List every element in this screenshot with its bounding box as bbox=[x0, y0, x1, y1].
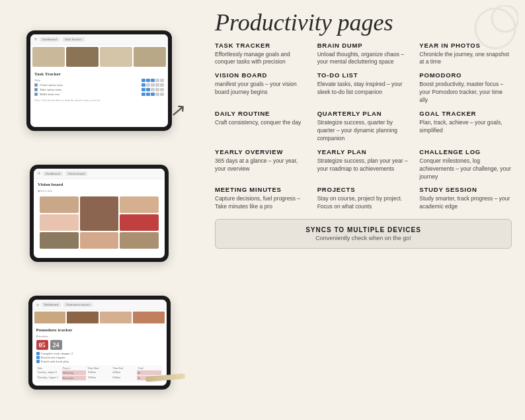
col-total: Total bbox=[138, 366, 161, 370]
task-check-2 bbox=[34, 88, 38, 91]
feature-title-0: TASK TRACKER bbox=[215, 42, 307, 49]
photo-cell-1 bbox=[32, 47, 65, 67]
feature-title-9: YEARLY OVERVIEW bbox=[215, 148, 307, 155]
pomo-check-1 bbox=[36, 352, 40, 355]
cell-start-2: 9:00am bbox=[88, 376, 110, 380]
pomo-table-header: Date Project Time Start Time End Total bbox=[38, 366, 161, 370]
cell-proj-1: Marketing bbox=[62, 370, 86, 375]
page-title: Productivity pages bbox=[215, 10, 512, 36]
feature-title-7: QUARTERLY PLAN bbox=[317, 110, 410, 117]
tab-dashboard-1: Dashboard bbox=[40, 37, 60, 42]
task-dots-2 bbox=[141, 83, 164, 87]
dot-k bbox=[141, 93, 145, 96]
feature-desc-3: manifest your goals – your vision board … bbox=[215, 81, 307, 97]
photo-grid bbox=[30, 45, 168, 69]
feature-brain-dump: BRAIN DUMP Unload thoughts, organize cha… bbox=[317, 42, 410, 67]
feature-title-3: VISION BOARD bbox=[215, 71, 307, 79]
pomo-minutes: 05 bbox=[36, 340, 48, 350]
vision-cell-1 bbox=[40, 196, 79, 213]
vision-cell-3 bbox=[120, 196, 159, 213]
cell-proj-2: Rotterdam bbox=[62, 376, 86, 380]
dot-j bbox=[160, 88, 164, 91]
pomo-task-1: Complete task chapter 3 bbox=[41, 352, 73, 355]
task-row-3: Take safety item bbox=[34, 88, 164, 91]
pomo-timer: 05 24 bbox=[36, 340, 163, 350]
feature-title-6: DAILY ROUTINE bbox=[215, 110, 307, 117]
decorative-circles bbox=[472, 5, 518, 52]
dot-d bbox=[155, 83, 159, 87]
vision-cell-4 bbox=[40, 214, 79, 231]
pomo-task-list: Complete task chapter 3 Read book chapte… bbox=[36, 352, 163, 363]
feature-title-1: BRAIN DUMP bbox=[317, 42, 410, 49]
task-check-1 bbox=[34, 83, 38, 87]
feature-desc-8: Plan, track, achieve – your goals, simpl… bbox=[419, 119, 512, 135]
feature-quarterly-plan: QUARTERLY PLAN Strategize success, quart… bbox=[317, 110, 410, 143]
feature-title-11: CHALLENGE LOG bbox=[419, 148, 512, 155]
feature-pomodoro: POMODORO Boost productivity, master focu… bbox=[419, 71, 512, 105]
photo-cell-2 bbox=[66, 47, 99, 67]
cell-end-2: 6:00pm bbox=[112, 376, 135, 380]
feature-title-14: STUDY SESSION bbox=[419, 186, 512, 193]
tab-vision-board: Vision board bbox=[65, 171, 88, 176]
feature-title-12: MEETING MINUTES bbox=[215, 186, 307, 193]
pomo-task-3: Finish task book play bbox=[41, 360, 69, 363]
feature-projects: PROJECTS Stay on course, project by proj… bbox=[317, 186, 410, 211]
feature-desc-1: Unload thoughts, organize chaos – your m… bbox=[317, 51, 410, 67]
feature-desc-14: Study smarter, track progress – your aca… bbox=[419, 195, 512, 211]
sync-title: SYNCS TO MULTIPLE DEVICES bbox=[229, 226, 498, 233]
task-text-2: Take safety item bbox=[40, 88, 140, 91]
vision-cell-2 bbox=[80, 196, 119, 231]
screen-dot-3 bbox=[36, 304, 39, 306]
pomo-photo-strip bbox=[32, 310, 167, 325]
pomo-check-3 bbox=[36, 360, 40, 363]
col-project: Project bbox=[63, 366, 86, 370]
dot-e bbox=[160, 83, 164, 87]
task-row-1: Title bbox=[34, 79, 164, 82]
arrow-decoration: ↗ bbox=[170, 99, 187, 122]
task-tracker-tablet: Dashboard Task Tracker Task Tracker Titl… bbox=[26, 30, 172, 131]
cell-start-1: 8:00am bbox=[88, 370, 110, 375]
tab-pomodoro: Pomodoro tracker bbox=[63, 302, 93, 307]
task-check-3 bbox=[34, 93, 38, 96]
feature-desc-13: Stay on course, project by project. Focu… bbox=[317, 195, 410, 211]
dot-b bbox=[146, 83, 150, 87]
svg-point-1 bbox=[492, 5, 518, 32]
feature-grid: TASK TRACKER Effortlessly manage goals a… bbox=[215, 42, 512, 212]
feature-desc-5: Boost productivity, master focus – your … bbox=[419, 81, 512, 105]
col-end: Time End bbox=[113, 366, 136, 370]
vision-board-content: Vision board ◉ Select item bbox=[34, 179, 165, 253]
cell-total-1: 8h bbox=[137, 370, 161, 375]
feature-study-session: STUDY SESSION Study smarter, track progr… bbox=[419, 186, 512, 211]
task-tracker-content: Task Tracker Title C bbox=[30, 69, 168, 105]
feature-title-4: TO-DO LIST bbox=[317, 71, 410, 79]
tab-dashboard-2: Dashboard bbox=[43, 171, 63, 176]
screen-dot-2 bbox=[38, 172, 40, 175]
tablet-mockups-panel: Dashboard Task Tracker Task Tracker Titl… bbox=[0, 0, 198, 420]
pomo-seconds: 24 bbox=[50, 340, 62, 350]
pomo-item-3: Finish task book play bbox=[36, 360, 163, 363]
feature-desc-4: Elevate tasks, stay inspired – your slee… bbox=[317, 81, 410, 97]
pomodoro-tablet: Dashboard Pomodoro tracker Pomodoro trac… bbox=[28, 296, 171, 390]
photo-cell-3 bbox=[100, 47, 132, 67]
dot-2 bbox=[146, 79, 150, 82]
feature-daily-routine: DAILY ROUTINE Craft consistency, conquer… bbox=[215, 110, 307, 143]
vision-board-tablet: Dashboard Vision board Vision board ◉ Se… bbox=[30, 165, 169, 262]
task-label-1: Title bbox=[34, 79, 140, 82]
task-rows: Title Clean safety item bbox=[34, 79, 164, 96]
dot-1 bbox=[141, 79, 145, 82]
feature-desc-2: Chronicle the journey, one snapshot at a… bbox=[419, 51, 512, 67]
task-tracker-title: Task Tracker bbox=[34, 71, 164, 77]
dot-5 bbox=[160, 79, 164, 82]
vision-cell-8 bbox=[120, 232, 159, 249]
col-time: Time Start bbox=[88, 366, 111, 370]
feature-desc-7: Strategize success, quarter by quarter –… bbox=[317, 119, 410, 143]
pomodoro-content: Pomodoro tracker Priorities 05 24 Comple… bbox=[32, 325, 167, 385]
photo-cell-4 bbox=[134, 47, 166, 67]
dot-h bbox=[151, 88, 155, 91]
vision-board-title: Vision board bbox=[38, 182, 161, 187]
feature-yearly-overview: YEARLY OVERVIEW 365 days at a glance – y… bbox=[215, 148, 307, 181]
feature-task-tracker: TASK TRACKER Effortlessly manage goals a… bbox=[215, 42, 307, 67]
cell-date-1: Tuesday, August 8 bbox=[38, 370, 60, 375]
screen-header-2: Dashboard Vision board bbox=[34, 169, 165, 179]
dot-f bbox=[141, 88, 145, 91]
